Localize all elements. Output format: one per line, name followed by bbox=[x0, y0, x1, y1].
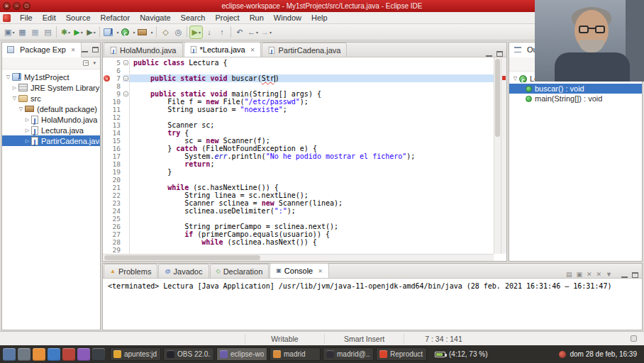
tab-problems[interactable]: ▲Problems bbox=[104, 264, 157, 278]
code-line-20[interactable]: 20 bbox=[103, 176, 494, 184]
menu-window[interactable]: Window bbox=[269, 13, 306, 23]
open-type-button[interactable]: ◇ bbox=[159, 26, 172, 39]
debug-button[interactable]: ✱▾ bbox=[59, 26, 72, 39]
new-wizard-button[interactable]: ▣▾ bbox=[3, 26, 16, 39]
expand-icon[interactable]: ▷ bbox=[23, 138, 31, 144]
expand-icon[interactable]: ▷ bbox=[23, 117, 31, 123]
maximize-view-icon[interactable] bbox=[92, 47, 99, 52]
code-line-21[interactable]: 21 while (sc.hasNextLine()) { bbox=[103, 184, 494, 191]
code-line-9[interactable]: 9− public static void main(String[] args… bbox=[103, 90, 494, 98]
save-button[interactable]: ▦ bbox=[16, 26, 28, 39]
print-button[interactable]: ▤ bbox=[41, 26, 54, 39]
clear-console-icon[interactable]: ▤ bbox=[566, 271, 572, 278]
maximize-view-icon[interactable] bbox=[496, 51, 503, 57]
coverage-button[interactable]: ▶▾ bbox=[189, 26, 202, 39]
code-line-13[interactable]: 13 Scanner sc; bbox=[103, 121, 494, 129]
close-icon[interactable]: ✕ bbox=[318, 268, 323, 274]
editor-tab-partircadena-java[interactable]: PartirCadena.java bbox=[262, 43, 347, 57]
run-button[interactable]: ▶▾ bbox=[72, 26, 84, 39]
tree-item-main-string-void[interactable]: main(String[]) : void bbox=[509, 94, 642, 104]
tab-declaration[interactable]: ◇Declaration bbox=[210, 264, 270, 278]
app-icon[interactable] bbox=[3, 14, 11, 22]
next-annotation-button[interactable]: ↓ bbox=[203, 26, 216, 39]
code-line-17[interactable]: 17 System.err.println("No he podido most… bbox=[103, 152, 494, 160]
editor-tab-lectura-java[interactable]: *Lectura.java✕ bbox=[184, 42, 262, 57]
taskbar-window-reproduct[interactable]: Reproduct... bbox=[376, 347, 427, 361]
code-line-19[interactable]: 19 } bbox=[103, 168, 494, 176]
code-line-28[interactable]: 28 while (sclinea.hasNext()) { bbox=[103, 238, 494, 246]
collapse-icon[interactable]: ▽ bbox=[4, 74, 12, 80]
overview-error-marker[interactable] bbox=[502, 76, 506, 80]
display-selected-console-icon[interactable]: ▣ bbox=[576, 271, 582, 278]
taskbar-window-madrid[interactable]: madrid@... bbox=[323, 347, 374, 361]
code-line-26[interactable]: 26 String primerCampo = sclinea.next(); bbox=[103, 223, 494, 230]
collapse-icon[interactable]: ▽ bbox=[11, 96, 18, 101]
last-edit-location-button[interactable]: ↶ bbox=[233, 26, 246, 39]
tree-item-buscar-void[interactable]: buscar() : void bbox=[509, 84, 642, 94]
fold-collapse-icon[interactable]: − bbox=[123, 91, 128, 96]
code-line-18[interactable]: 18 return; bbox=[103, 160, 494, 168]
menu-file[interactable]: File bbox=[15, 13, 38, 23]
close-icon[interactable]: ✕ bbox=[250, 47, 255, 53]
forward-button[interactable]: →▾ bbox=[260, 26, 273, 39]
code-line-6[interactable]: 6 bbox=[103, 67, 494, 74]
terminal-launcher-icon[interactable] bbox=[92, 348, 105, 361]
tree-item-lectura-java[interactable]: ▷Lectura.java bbox=[2, 125, 100, 135]
menu-navigate[interactable]: Navigate bbox=[135, 13, 175, 23]
menu-search[interactable]: Search bbox=[176, 13, 211, 23]
tree-item-partircadena-java[interactable]: ▷PartirCadena.java bbox=[2, 135, 100, 146]
collapse-all-icon[interactable]: − bbox=[83, 60, 89, 66]
code-line-5[interactable]: 5−public class Lectura { bbox=[103, 59, 494, 67]
new-java-class-button[interactable]: ▾ bbox=[120, 26, 136, 39]
tab-javadoc[interactable]: @Javadoc bbox=[158, 264, 209, 278]
code-line-14[interactable]: 14 try { bbox=[103, 129, 494, 137]
save-all-button[interactable]: ▦ bbox=[28, 26, 41, 39]
remove-all-launches-icon[interactable]: ✕ bbox=[596, 271, 602, 278]
code-editor[interactable]: 5−public class Lectura {6✕7− public stat… bbox=[103, 57, 494, 254]
close-button[interactable]: ✕ bbox=[3, 2, 11, 10]
code-line-12[interactable]: 12 bbox=[103, 113, 494, 121]
minimize-button[interactable]: − bbox=[13, 2, 21, 10]
remove-launch-icon[interactable]: ✕ bbox=[587, 271, 592, 278]
back-button[interactable]: ←▾ bbox=[246, 26, 260, 39]
collapse-icon[interactable]: ▽ bbox=[17, 106, 25, 112]
media-player-launcher-icon[interactable] bbox=[62, 348, 75, 361]
maximize-button[interactable]: □ bbox=[23, 2, 30, 10]
notification-icon[interactable] bbox=[631, 335, 637, 342]
menu-help[interactable]: Help bbox=[306, 13, 333, 23]
code-line-22[interactable]: 22 String linea = sc.nextLine(); bbox=[103, 191, 494, 199]
previous-annotation-button[interactable]: ↑ bbox=[216, 26, 228, 39]
expand-icon[interactable]: ▷ bbox=[11, 85, 18, 91]
code-line-23[interactable]: 23 Scanner sclinea = new Scanner(linea); bbox=[103, 199, 494, 207]
code-line-27[interactable]: 27 if (primerCampo.equals(usuario)) { bbox=[103, 230, 494, 238]
help-launcher-icon[interactable] bbox=[48, 348, 60, 361]
minimize-view-icon[interactable] bbox=[82, 47, 88, 52]
menu-edit[interactable]: Edit bbox=[38, 13, 61, 23]
code-line-10[interactable]: 10 File f = new File("/etc/passwd"); bbox=[103, 98, 494, 106]
taskbar-window-madrid[interactable]: madrid bbox=[270, 347, 321, 361]
taskbar-window-obs-22-0-2[interactable]: OBS 22.0.2 -... bbox=[163, 347, 214, 361]
minimize-view-icon[interactable] bbox=[486, 51, 492, 57]
tree-item-default-package[interactable]: ▽(default package) bbox=[2, 104, 100, 114]
menu-run[interactable]: Run bbox=[245, 13, 269, 23]
code-line-7[interactable]: ✕7− public static void buscar(Str) bbox=[103, 74, 494, 82]
tree-item-src[interactable]: ▽src bbox=[2, 93, 100, 104]
clock-indicator[interactable]: dom 28 de feb, 16:39 bbox=[559, 350, 637, 358]
taskbar-window-apuntes-jd[interactable]: apuntes:jd... bbox=[110, 347, 161, 361]
menu-project[interactable]: Project bbox=[210, 13, 244, 23]
fold-collapse-icon[interactable]: − bbox=[123, 76, 128, 81]
tree-item-my1stproject[interactable]: ▽My1stProject bbox=[2, 72, 100, 82]
tab-console[interactable]: ▣Console✕ bbox=[270, 263, 329, 278]
error-marker-icon[interactable]: ✕ bbox=[104, 75, 110, 82]
menu-source[interactable]: Source bbox=[61, 13, 96, 23]
code-line-11[interactable]: 11 String usuario = "noexiste"; bbox=[103, 106, 494, 113]
software-center-launcher-icon[interactable] bbox=[33, 348, 45, 361]
menu-refactor[interactable]: Refactor bbox=[96, 13, 135, 23]
code-line-25[interactable]: 25 bbox=[103, 215, 494, 223]
search-button[interactable]: ◎ bbox=[172, 26, 184, 39]
files-launcher-icon[interactable] bbox=[3, 348, 16, 361]
new-java-project-button[interactable]: ▾ bbox=[102, 26, 120, 39]
code-line-16[interactable]: 16 } catch (FileNotFoundException e) { bbox=[103, 145, 494, 152]
taskbar-window-eclipse-wo[interactable]: eclipse-wo... bbox=[216, 347, 267, 361]
editor-horizontal-scrollbar[interactable] bbox=[103, 254, 494, 261]
